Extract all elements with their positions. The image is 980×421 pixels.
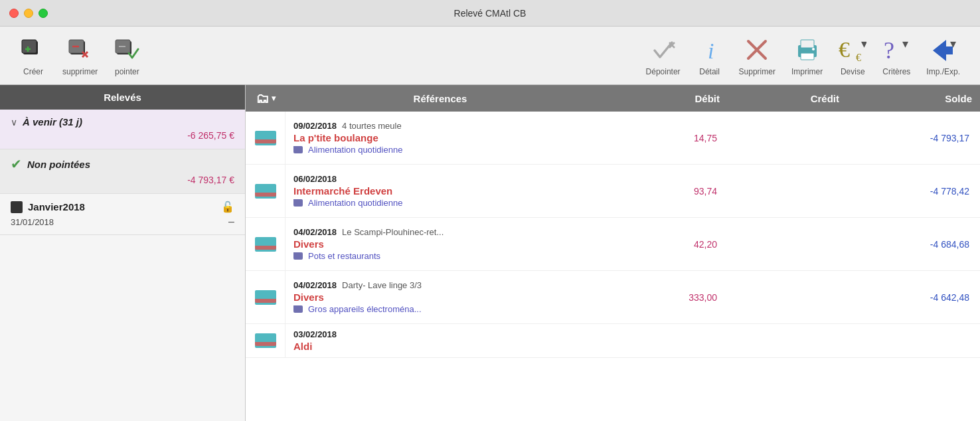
row-description: Darty- Lave linge 3/3 — [342, 280, 422, 290]
row-category-text: Pots et restaurants — [308, 251, 380, 261]
criteres-label: Critères — [882, 67, 910, 76]
row-debit: 333,00 — [595, 271, 728, 323]
row-name: La p'tite boulange — [293, 132, 587, 143]
criteres-icon: ? ▾ — [882, 35, 910, 64]
sidebar-nonpointees-amount: -4 793,17 € — [11, 172, 234, 187]
table-row[interactable]: 04/02/2018 Le Scampi-Plouhinec-ret... Di… — [246, 218, 980, 271]
table-row[interactable]: 09/02/2018 4 tourtes meule La p'tite bou… — [246, 112, 980, 165]
table-row[interactable]: 04/02/2018 Darty- Lave linge 3/3 Divers … — [246, 271, 980, 324]
ledger-icon — [255, 333, 276, 348]
row-name: Aldi — [293, 341, 587, 352]
row-icon-col — [246, 271, 286, 323]
supprimer-action-icon — [744, 35, 770, 64]
row-refs-col: 04/02/2018 Darty- Lave linge 3/3 Divers … — [286, 271, 595, 323]
content-area: 🗂 ▾ Références Débit Crédit Solde 09/02/… — [246, 85, 980, 421]
criteres-button[interactable]: ? ▾ Critères — [876, 31, 917, 80]
row-refs-col: 04/02/2018 Le Scampi-Plouhinec-ret... Di… — [286, 218, 595, 270]
sidebar-janvier-title: Janvier2018 — [28, 201, 85, 212]
th-references: Références — [286, 93, 595, 104]
minimize-button[interactable] — [24, 9, 33, 18]
imprimer-label: Imprimer — [791, 67, 823, 76]
table-body: 09/02/2018 4 tourtes meule La p'tite bou… — [246, 112, 980, 421]
row-debit: 93,74 — [595, 165, 728, 217]
impexp-button[interactable]: ▾ Imp./Exp. — [920, 31, 967, 80]
svg-point-20 — [812, 48, 815, 50]
sidebar-janvier-date: 31/01/2018 — [11, 217, 54, 227]
row-name: Divers — [293, 292, 587, 303]
sidebar-avenir-title: À venir (31 j) — [23, 116, 82, 127]
imprimer-button[interactable]: Imprimer — [785, 31, 829, 80]
close-button[interactable] — [9, 9, 19, 18]
row-solde: -4 793,17 — [847, 112, 980, 164]
th-solde: Solde — [847, 93, 980, 104]
svg-rect-19 — [801, 53, 814, 60]
row-name: Divers — [293, 238, 587, 250]
impexp-icon: ▾ — [928, 35, 959, 64]
row-date: 06/02/2018 — [293, 174, 337, 184]
svg-rect-1 — [22, 40, 37, 53]
row-solde: -4 684,68 — [847, 218, 980, 270]
svg-text:▾: ▾ — [902, 37, 908, 50]
creer-button[interactable]: Créer — [13, 31, 53, 80]
row-icon-col — [246, 324, 286, 357]
detail-button[interactable]: i Détail — [690, 31, 730, 80]
table-row[interactable]: 03/02/2018 Aldi — [246, 324, 980, 358]
maximize-button[interactable] — [39, 9, 48, 18]
th-credit: Crédit — [728, 93, 847, 104]
folder-icon — [293, 252, 303, 260]
toolbar-right-group: Dépointer i Détail Supprimer — [634, 31, 972, 80]
svg-text:▾: ▾ — [950, 37, 956, 50]
row-debit: 42,20 — [595, 218, 728, 270]
folder-icon — [293, 199, 303, 207]
svg-text:i: i — [708, 39, 714, 62]
row-refs-col: 03/02/2018 Aldi — [286, 324, 595, 357]
supprimer-label: supprimer — [62, 67, 98, 76]
ledger-icon — [255, 131, 276, 145]
filter-chevron-icon: ▾ — [272, 94, 276, 103]
ledger-icon — [255, 184, 276, 199]
detail-label: Détail — [699, 67, 720, 76]
supprimer-action-label: Supprimer — [739, 67, 776, 76]
row-icon-col — [246, 112, 286, 164]
row-date: 04/02/2018 — [293, 227, 337, 237]
row-description: Le Scampi-Plouhinec-ret... — [342, 227, 444, 237]
sidebar-janvier-dash: – — [228, 216, 234, 228]
impexp-label: Imp./Exp. — [926, 67, 960, 76]
check-icon: ✔ — [11, 156, 22, 172]
sidebar: Relevés ∨ À venir (31 j) -6 265,75 € ✔ N… — [0, 85, 246, 421]
row-date: 04/02/2018 — [293, 280, 337, 290]
filter-button[interactable]: 🗂 ▾ — [254, 91, 278, 106]
sidebar-item-non-pointees[interactable]: ✔ Non pointées -4 793,17 € — [0, 149, 245, 194]
depointer-icon — [651, 35, 676, 64]
folder-icon — [293, 305, 303, 313]
row-solde — [847, 324, 980, 357]
sidebar-avenir-amount: -6 265,75 € — [11, 127, 234, 142]
row-category-text: Alimentation quotidienne — [308, 145, 402, 155]
row-category-text: Gros appareils électroména... — [308, 304, 422, 314]
row-refs-col: 09/02/2018 4 tourtes meule La p'tite bou… — [286, 112, 595, 164]
table-row[interactable]: 06/02/2018 Intermarché Erdeven Alimentat… — [246, 165, 980, 218]
pointer-icon — [114, 35, 139, 64]
row-name: Intermarché Erdeven — [293, 185, 587, 197]
supprimer-button[interactable]: supprimer — [56, 31, 104, 80]
svg-text:▾: ▾ — [861, 37, 866, 50]
row-credit — [728, 324, 847, 357]
table-header: 🗂 ▾ Références Débit Crédit Solde — [246, 85, 980, 112]
depointer-button[interactable]: Dépointer — [639, 31, 687, 80]
supprimer-action-button[interactable]: Supprimer — [732, 31, 782, 80]
row-description: 4 tourtes meule — [342, 121, 402, 131]
toolbar: Créer supprimer — [0, 27, 980, 85]
window-controls — [9, 9, 48, 18]
devise-button[interactable]: € € ▾ Devise — [832, 31, 873, 80]
ledger-icon — [255, 290, 276, 305]
th-debit: Débit — [595, 93, 728, 104]
row-category-text: Alimentation quotidienne — [308, 198, 402, 208]
filter-icon: 🗂 — [256, 91, 269, 106]
sidebar-header: Relevés — [0, 85, 245, 110]
th-icon: 🗂 ▾ — [246, 91, 286, 106]
pointer-button[interactable]: pointer — [107, 31, 147, 80]
row-credit — [728, 218, 847, 270]
sidebar-item-a-venir[interactable]: ∨ À venir (31 j) -6 265,75 € — [0, 110, 245, 149]
svg-text:€: € — [839, 37, 850, 62]
sidebar-item-janvier2018[interactable]: Janvier2018 🔓 31/01/2018 – — [0, 194, 245, 235]
